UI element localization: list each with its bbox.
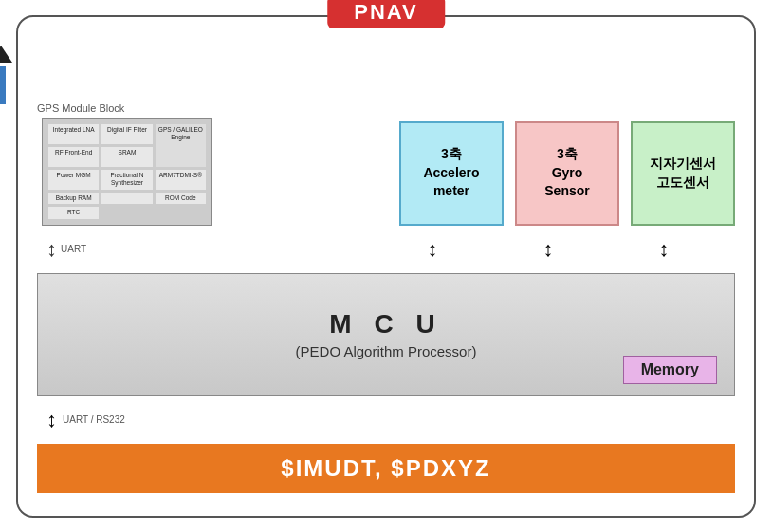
gps-cell-12: RTC <box>48 207 99 218</box>
gps-cell-9: Backup RAM <box>48 193 99 204</box>
gps-block: Integrated LNA Digital IF Filter GPS / G… <box>42 118 212 226</box>
mcu-subtitle: (PEDO Algorithm Processor) <box>296 343 477 359</box>
uart-label: UART <box>61 244 86 254</box>
uart-rs232-label: UART / RS232 <box>63 414 125 425</box>
accel-arrow-icon: ↕ <box>380 237 485 262</box>
gps-cell-3: GPS / GALILEO Engine <box>156 124 206 167</box>
accelerometer-label: 3축Accelerometer <box>423 145 479 201</box>
output-text: $IMUDT, $PDXYZ <box>281 455 490 482</box>
antenna-triangle-icon <box>0 46 12 63</box>
bottom-arrows-row: ↕ UART / RS232 <box>18 396 754 444</box>
mcu-title: M C U <box>329 309 442 339</box>
gps-cell-10 <box>101 193 152 204</box>
gps-module-label: GPS Module Block <box>37 102 124 114</box>
bottom-arrow-icon: ↕ <box>46 408 57 432</box>
gps-cell-11: ROM Code <box>156 193 206 204</box>
pnav-label: PNAV <box>327 0 445 28</box>
gps-module: GPS Module Block Integrated LNA Digital … <box>37 102 217 226</box>
sensors-group: 3축Accelerometer 3축GyroSensor 지자기센서고도센서 <box>229 121 735 226</box>
top-arrows-row: ↕ UART ↕ ↕ ↕ <box>18 226 754 273</box>
gps-cell-7: Fractional N Synthesizer <box>101 170 152 190</box>
gyro-label: 3축GyroSensor <box>544 145 589 201</box>
gps-cell-8: ARM7TDMI-S® <box>156 170 206 190</box>
gyro-sensor: 3축GyroSensor <box>515 121 619 226</box>
gps-cell-6: Power MGM <box>48 170 99 190</box>
mcu-block: M C U (PEDO Algorithm Processor) Memory <box>37 273 735 396</box>
antenna <box>0 46 12 104</box>
gps-cell-4: RF Front-End <box>48 147 99 167</box>
gps-arrow-icon: ↕ <box>46 240 57 259</box>
gps-cell-1: Integrated LNA <box>48 124 99 144</box>
magnetic-sensor: 지자기센서고도센서 <box>631 121 735 226</box>
gps-cell-5: SRAM <box>101 147 152 167</box>
magnetic-label: 지자기센서고도센서 <box>650 155 716 192</box>
output-block: $IMUDT, $PDXYZ <box>37 444 735 493</box>
memory-badge: Memory <box>623 356 717 384</box>
outer-frame: PNAV GPS Module Block Integrated LNA Dig… <box>16 15 756 518</box>
accelerometer-sensor: 3축Accelerometer <box>399 121 504 226</box>
gps-cell-2: Digital IF Filter <box>101 124 152 144</box>
top-section: GPS Module Block Integrated LNA Digital … <box>18 17 754 226</box>
magnetic-arrow-icon: ↕ <box>612 237 716 262</box>
antenna-rect-icon <box>0 66 6 104</box>
gyro-arrow-icon: ↕ <box>496 237 600 262</box>
